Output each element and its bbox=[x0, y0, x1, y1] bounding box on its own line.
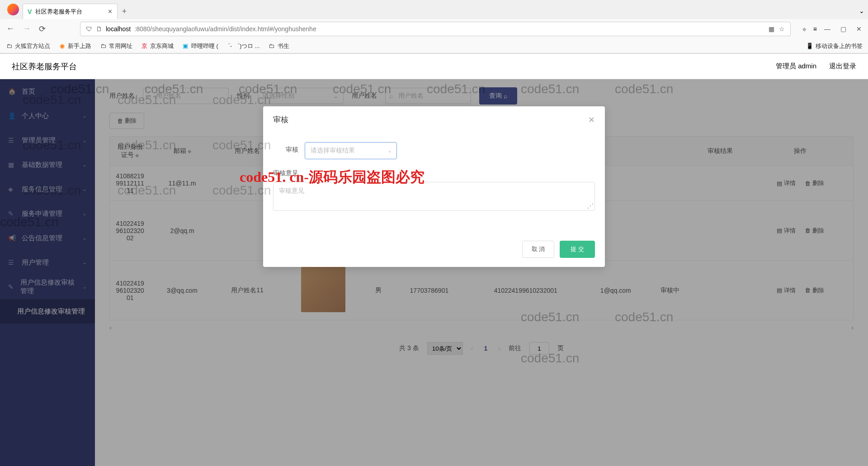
comment-textarea[interactable]: 审核意见 ⋰ bbox=[273, 182, 595, 211]
lock-icon: 🗋 bbox=[96, 25, 102, 33]
app-body: 🏠首页 👤个人中心⌄ ☰管理员管理⌄ ▦基础数据管理⌄ ◈服务信息管理⌄ ✎服务… bbox=[0, 79, 868, 466]
firefox-logo-icon bbox=[7, 4, 19, 15]
folder-icon: 🗀 bbox=[5, 43, 13, 50]
url-bar: ← → ⟳ 🛡 🗋 localhost:8080/sheuquyanglaofu… bbox=[0, 19, 868, 39]
qr-icon[interactable]: ▦ bbox=[769, 25, 774, 33]
audit-modal: 审核 ✕ 审核 请选择审核结果 ⌄ 审核意见 审核意见 ⋰ bbox=[263, 106, 605, 267]
app-header: 社区养老服务平台 管理员 admin 退出登录 bbox=[0, 54, 868, 79]
folder-icon: 🗀 bbox=[99, 43, 107, 50]
modal-header: 审核 ✕ bbox=[263, 106, 605, 133]
bookmark-item[interactable]: 🗀书生 bbox=[268, 42, 289, 50]
watermark: code51.cn bbox=[118, 93, 176, 107]
reload-icon[interactable]: ⟳ bbox=[39, 24, 46, 34]
dropdown-icon[interactable]: ⌄ bbox=[859, 7, 864, 14]
mobile-icon: 📱 bbox=[806, 43, 813, 50]
close-icon[interactable]: ✕ bbox=[588, 115, 595, 125]
modal-overlay[interactable]: 审核 ✕ 审核 请选择审核结果 ⌄ 审核意见 审核意见 ⋰ bbox=[0, 79, 868, 466]
watermark: code51.cn bbox=[212, 138, 271, 152]
window-maximize-icon[interactable]: ▢ bbox=[840, 25, 846, 33]
bookmark-mobile[interactable]: 📱移动设备上的书签 bbox=[806, 42, 863, 50]
watermark: code51.cn bbox=[23, 138, 81, 152]
tab-close-icon[interactable]: ✕ bbox=[108, 8, 113, 15]
url-input[interactable]: 🛡 🗋 localhost:8080/sheuquyanglaofuwu/adm… bbox=[80, 22, 791, 36]
extension-icon[interactable]: ⟐ bbox=[802, 25, 806, 33]
bookmarks-bar: 🗀火狐官方站点 ◉新手上路 🗀常用网址 京京东商城 ▣哔哩哔哩 ( ゜- ゜)つ… bbox=[0, 39, 868, 53]
folder-icon: 🗀 bbox=[268, 43, 275, 50]
audit-result-select[interactable]: 请选择审核结果 ⌄ bbox=[305, 142, 397, 159]
shield-icon: 🛡 bbox=[86, 25, 92, 33]
browser-chrome: V 社区养老服务平台 ✕ + ⌄ ← → ⟳ 🛡 🗋 localhost:808… bbox=[0, 0, 868, 54]
url-host: localhost bbox=[106, 25, 131, 33]
menu-icon[interactable]: ≡ bbox=[813, 25, 817, 33]
url-path: :8080/sheuquyanglaofuwu/admin/dist/index… bbox=[134, 25, 316, 33]
window-close-icon[interactable]: ✕ bbox=[856, 25, 862, 33]
watermark: code51.cn bbox=[23, 93, 81, 107]
tab-add-button[interactable]: + bbox=[118, 7, 131, 16]
audit-field-label: 审核 bbox=[273, 142, 298, 154]
bookmark-item[interactable]: ▣哔哩哔哩 ( ゜- ゜)つロ ... bbox=[182, 42, 260, 50]
watermark: code51.cn bbox=[212, 183, 271, 198]
current-user[interactable]: 管理员 admin bbox=[776, 62, 816, 71]
bookmark-item[interactable]: 京京东商城 bbox=[141, 42, 174, 50]
app-title: 社区养老服务平台 bbox=[12, 61, 77, 72]
window-minimize-icon[interactable]: — bbox=[824, 25, 830, 33]
browser-tabs: V 社区养老服务平台 ✕ + ⌄ bbox=[0, 0, 868, 19]
vue-icon: V bbox=[28, 8, 32, 15]
bookmark-item[interactable]: ◉新手上路 bbox=[58, 42, 91, 50]
tab-title: 社区养老服务平台 bbox=[35, 8, 82, 16]
logout-link[interactable]: 退出登录 bbox=[829, 62, 856, 71]
watermark: code51.cn bbox=[23, 183, 81, 198]
resize-handle-icon[interactable]: ⋰ bbox=[587, 202, 594, 209]
submit-button[interactable]: 提 交 bbox=[560, 241, 595, 258]
comment-field-label: 审核意见 bbox=[273, 169, 298, 177]
forward-icon[interactable]: → bbox=[23, 24, 31, 34]
browser-tab[interactable]: V 社区养老服务平台 ✕ bbox=[23, 4, 118, 19]
modal-title: 审核 bbox=[273, 114, 288, 125]
chevron-down-icon: ⌄ bbox=[387, 147, 392, 154]
watermark: code51.cn bbox=[118, 183, 176, 198]
bookmark-item[interactable]: 🗀火狐官方站点 bbox=[5, 42, 50, 50]
star-icon[interactable]: ☆ bbox=[779, 25, 785, 33]
watermark: code51.cn bbox=[212, 93, 271, 107]
cancel-button[interactable]: 取 消 bbox=[522, 241, 555, 258]
watermark: code51.cn bbox=[118, 138, 176, 152]
bookmark-item[interactable]: 🗀常用网址 bbox=[99, 42, 132, 50]
jd-icon: 京 bbox=[141, 43, 148, 50]
firefox-icon: ◉ bbox=[58, 43, 66, 50]
back-icon[interactable]: ← bbox=[6, 24, 14, 34]
bilibili-icon: ▣ bbox=[182, 43, 189, 50]
